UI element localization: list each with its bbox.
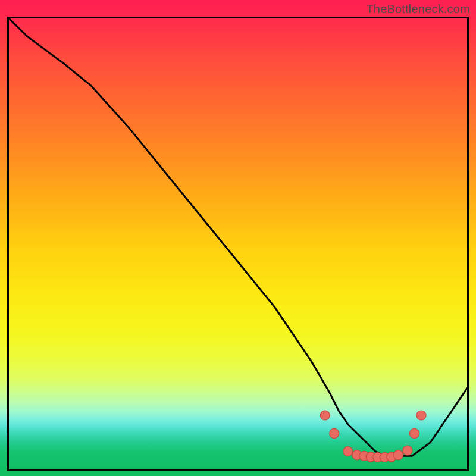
bottleneck-chart: TheBottleneck.com [0,0,476,476]
gradient-background [0,0,476,476]
watermark-text: TheBottleneck.com [366,2,470,16]
